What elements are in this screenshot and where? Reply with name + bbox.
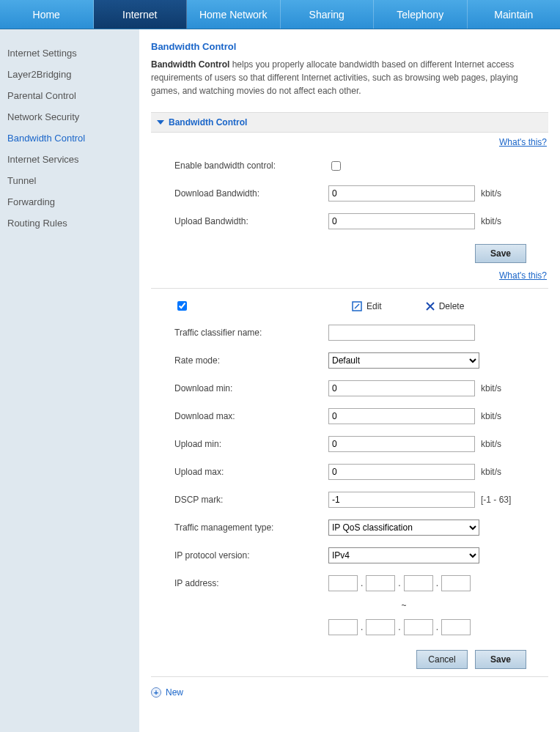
upload-bandwidth-label: Upload Bandwidth: bbox=[174, 216, 328, 226]
download-max-input[interactable] bbox=[328, 408, 475, 424]
ip-from-octet-4[interactable] bbox=[441, 575, 471, 591]
sidebar-item-network-security[interactable]: Network Security bbox=[7, 106, 132, 127]
ip-from-octet-1[interactable] bbox=[328, 575, 358, 591]
nav-tab-telephony[interactable]: Telephony bbox=[374, 0, 468, 29]
ip-protocol-version-label: IP protocol version: bbox=[174, 550, 328, 561]
enable-bandwidth-label: Enable bandwidth control: bbox=[174, 160, 328, 171]
ip-from-octet-2[interactable] bbox=[366, 575, 395, 591]
section-title: Bandwidth Control bbox=[169, 117, 247, 127]
download-max-label: Download max: bbox=[174, 411, 328, 421]
upload-bandwidth-input[interactable] bbox=[328, 213, 475, 229]
rate-mode-select[interactable]: Default bbox=[328, 352, 479, 369]
sidebar-item-parental-control[interactable]: Parental Control bbox=[7, 85, 132, 106]
cancel-button[interactable]: Cancel bbox=[416, 650, 468, 669]
rule-select-checkbox[interactable] bbox=[177, 301, 187, 311]
download-bandwidth-input[interactable] bbox=[328, 185, 475, 202]
download-bandwidth-label: Download Bandwidth: bbox=[174, 188, 328, 199]
plus-icon: + bbox=[151, 687, 161, 698]
sidebar-item-routing-rules[interactable]: Routing Rules bbox=[7, 212, 132, 234]
nav-tab-sharing[interactable]: Sharing bbox=[281, 0, 375, 29]
dscp-mark-input[interactable] bbox=[328, 492, 475, 508]
upload-max-unit: kbit/s bbox=[481, 467, 501, 477]
traffic-mgmt-type-select[interactable]: IP QoS classification bbox=[328, 520, 479, 536]
download-max-unit: kbit/s bbox=[481, 411, 501, 421]
sidebar-item-layer2bridging[interactable]: Layer2Bridging bbox=[7, 64, 132, 85]
traffic-mgmt-type-label: Traffic management type: bbox=[174, 522, 328, 533]
dscp-mark-label: DSCP mark: bbox=[174, 495, 328, 505]
new-label: New bbox=[166, 687, 183, 698]
traffic-classifier-name-input[interactable] bbox=[328, 325, 475, 341]
page-desc-bold: Bandwidth Control bbox=[151, 59, 229, 70]
rate-mode-label: Rate mode: bbox=[174, 355, 328, 366]
save-button-top[interactable]: Save bbox=[475, 244, 526, 263]
whats-this-link-1[interactable]: What's this? bbox=[151, 137, 547, 147]
enable-bandwidth-checkbox[interactable] bbox=[331, 161, 341, 171]
ip-address-label: IP address: bbox=[174, 578, 328, 588]
download-min-label: Download min: bbox=[174, 383, 328, 393]
download-min-input[interactable] bbox=[328, 380, 475, 396]
sidebar-item-tunnel[interactable]: Tunnel bbox=[7, 170, 132, 191]
save-button-bottom[interactable]: Save bbox=[475, 650, 526, 669]
download-bandwidth-unit: kbit/s bbox=[481, 188, 501, 199]
delete-label: Delete bbox=[439, 301, 465, 311]
top-nav: Home Internet Home Network Sharing Telep… bbox=[0, 0, 560, 29]
download-min-unit: kbit/s bbox=[481, 383, 501, 393]
edit-label: Edit bbox=[366, 301, 382, 311]
close-icon bbox=[426, 302, 435, 311]
sidebar-item-internet-services[interactable]: Internet Services bbox=[7, 149, 132, 170]
edit-button[interactable]: Edit bbox=[352, 301, 382, 311]
ip-to-octet-1[interactable] bbox=[328, 619, 358, 635]
edit-icon bbox=[352, 301, 362, 311]
ip-range-tilde: ~ bbox=[328, 600, 479, 610]
sidebar-item-forwarding[interactable]: Forwarding bbox=[7, 191, 132, 212]
upload-min-unit: kbit/s bbox=[481, 439, 501, 449]
page-description: Bandwidth Control helps you properly all… bbox=[151, 58, 548, 97]
sidebar-item-bandwidth-control[interactable]: Bandwidth Control bbox=[7, 127, 132, 149]
ip-to-octet-3[interactable] bbox=[404, 619, 433, 635]
upload-min-input[interactable] bbox=[328, 436, 475, 452]
ip-to-octet-4[interactable] bbox=[441, 619, 471, 635]
section-header-bandwidth-control[interactable]: Bandwidth Control bbox=[151, 112, 548, 133]
page-title: Bandwidth Control bbox=[151, 41, 548, 52]
nav-tab-maintain[interactable]: Maintain bbox=[468, 0, 561, 29]
chevron-down-icon bbox=[157, 120, 164, 125]
new-button[interactable]: + New bbox=[151, 687, 548, 698]
ip-protocol-version-select[interactable]: IPv4 bbox=[328, 547, 479, 563]
whats-this-link-2[interactable]: What's this? bbox=[151, 270, 547, 281]
upload-bandwidth-unit: kbit/s bbox=[481, 216, 501, 226]
nav-tab-home-network[interactable]: Home Network bbox=[187, 0, 281, 29]
content: Bandwidth Control Bandwidth Control help… bbox=[139, 29, 560, 732]
traffic-classifier-name-label: Traffic classifier name: bbox=[174, 328, 328, 338]
sidebar: Internet Settings Layer2Bridging Parenta… bbox=[0, 29, 139, 732]
upload-max-input[interactable] bbox=[328, 464, 475, 480]
dscp-mark-hint: [-1 - 63] bbox=[481, 495, 511, 505]
nav-tab-internet[interactable]: Internet bbox=[94, 0, 188, 29]
sidebar-item-internet-settings[interactable]: Internet Settings bbox=[7, 42, 132, 64]
ip-to-octet-2[interactable] bbox=[366, 619, 395, 635]
delete-button[interactable]: Delete bbox=[426, 301, 465, 311]
nav-tab-home[interactable]: Home bbox=[0, 0, 94, 29]
ip-from-octet-3[interactable] bbox=[404, 575, 433, 591]
upload-min-label: Upload min: bbox=[174, 439, 328, 449]
upload-max-label: Upload max: bbox=[174, 467, 328, 477]
